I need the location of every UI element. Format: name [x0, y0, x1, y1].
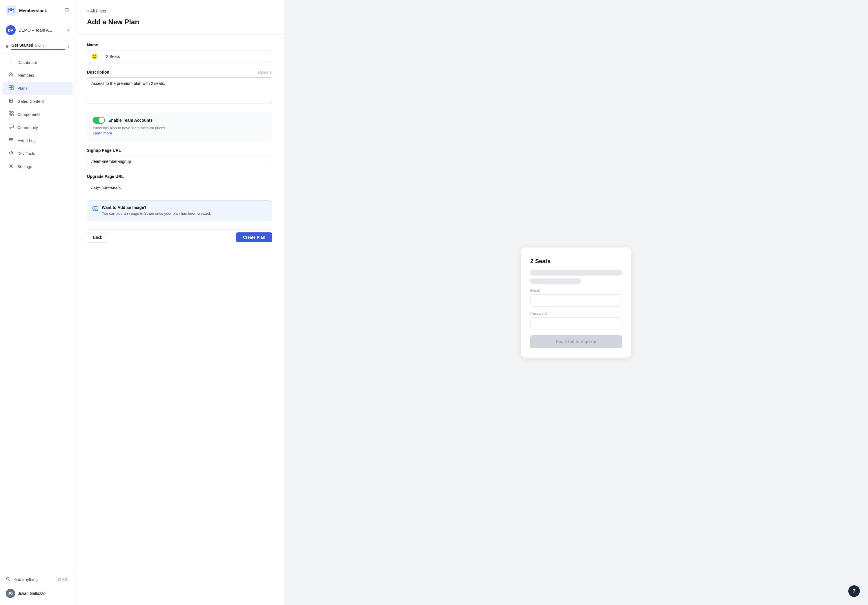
preview-skeleton-1 — [530, 270, 622, 275]
sidebar-item-settings[interactable]: Settings — [2, 160, 73, 173]
learn-more-link[interactable]: Learn more — [93, 131, 112, 135]
form-divider — [75, 34, 284, 34]
help-button[interactable]: ? — [848, 585, 860, 597]
image-info-title: Want to Add an Image? — [102, 205, 211, 210]
user-row[interactable]: JG Julian Galluzzo — [0, 585, 75, 602]
members-icon — [8, 72, 14, 79]
sidebar-logo: Memberstack — [6, 5, 47, 15]
home-icon: ⌂ — [8, 60, 14, 65]
description-label-row: Description Optional — [87, 70, 272, 74]
svg-point-1 — [10, 8, 12, 10]
get-started-label: Get Started — [11, 43, 33, 48]
hamburger-icon[interactable]: ☰ — [65, 7, 69, 14]
upgrade-url-input[interactable] — [87, 182, 272, 193]
back-button[interactable]: Back — [87, 232, 108, 243]
name-input[interactable] — [102, 51, 272, 62]
user-name: Julian Galluzzo — [18, 591, 45, 596]
get-started-content: Get Started 5 of 5 — [11, 43, 65, 50]
svg-rect-7 — [11, 88, 13, 90]
description-optional: Optional — [258, 70, 272, 74]
svg-rect-12 — [9, 125, 13, 128]
emoji-button[interactable]: 🙂 — [87, 50, 102, 63]
svg-rect-15 — [93, 207, 98, 210]
logo-text: Memberstack — [19, 8, 47, 13]
sidebar-item-plans[interactable]: Plans — [2, 82, 73, 95]
toggle-row: Enable Team Accounts — [93, 117, 267, 124]
plans-icon — [8, 85, 14, 91]
image-info-text: You can add an image in Stripe once your… — [102, 211, 211, 216]
svg-rect-0 — [6, 5, 16, 15]
find-anything-label: Find anything — [13, 577, 38, 582]
sidebar-item-label-gated-content: Gated Content — [17, 99, 44, 104]
svg-point-13 — [11, 165, 12, 167]
signup-url-input[interactable] — [87, 156, 272, 167]
preview-password-label: Password — [530, 311, 622, 316]
preview-cta-button: Pay $100 to sign up — [530, 335, 622, 348]
team-accounts-toggle[interactable] — [93, 117, 105, 124]
avatar: JG — [6, 589, 15, 598]
sidebar-item-dashboard[interactable]: ⌂ Dashboard — [2, 57, 73, 69]
find-anything-shortcut: ⌘ + K — [56, 577, 69, 582]
preview-email-input — [530, 294, 622, 306]
preview-skeleton-2 — [530, 279, 581, 284]
create-plan-button[interactable]: Create Plan — [236, 232, 272, 242]
preview-email-label: Email — [530, 288, 622, 292]
svg-rect-9 — [12, 111, 13, 113]
image-info-icon — [93, 206, 98, 213]
sidebar-item-label-settings: Settings — [17, 164, 32, 169]
toggle-section: Enable Team Accounts Allow this plan to … — [87, 111, 272, 141]
form-actions: Back Create Plan — [87, 229, 272, 243]
sidebar-item-label-dashboard: Dashboard — [17, 60, 37, 65]
signup-url-label: Signup Page URL — [87, 148, 272, 153]
main-content: < All Plans Add a New Plan Name 🙂 Descri… — [75, 0, 868, 605]
image-info-content: Want to Add an Image? You can add an ima… — [102, 205, 211, 216]
svg-point-3 — [12, 73, 13, 74]
get-started-chevron-icon: › — [68, 44, 69, 49]
sidebar-item-label-members: Members — [17, 73, 34, 77]
form-panel: < All Plans Add a New Plan Name 🙂 Descri… — [75, 0, 284, 605]
upgrade-url-section: Upgrade Page URL — [87, 174, 272, 193]
breadcrumb[interactable]: < All Plans — [87, 9, 272, 13]
description-section: Description Optional — [87, 70, 272, 105]
workspace-selector[interactable]: DA DEMO – Team A... ▾ — [0, 21, 75, 39]
sidebar-item-components[interactable]: Components — [2, 108, 73, 121]
name-input-wrapper: 🙂 — [87, 50, 272, 63]
preview-password-input — [530, 317, 622, 330]
gated-content-icon — [8, 98, 14, 105]
svg-rect-8 — [9, 111, 11, 113]
page-title: Add a New Plan — [87, 18, 272, 26]
svg-rect-4 — [9, 85, 11, 88]
signup-url-section: Signup Page URL — [87, 148, 272, 167]
sidebar-item-event-log[interactable]: Event Log — [2, 134, 73, 147]
workspace-avatar: DA — [6, 25, 16, 35]
sidebar-item-dev-tools[interactable]: Dev Tools — [2, 147, 73, 160]
sidebar: Memberstack ☰ DA DEMO – Team A... ▾ ≡ Ge… — [0, 0, 75, 605]
upgrade-url-label: Upgrade Page URL — [87, 174, 272, 179]
event-log-icon — [8, 137, 14, 144]
image-info-box: Want to Add an Image? You can add an ima… — [87, 200, 272, 221]
sidebar-item-label-plans: Plans — [17, 86, 28, 91]
description-textarea[interactable] — [87, 77, 272, 104]
settings-icon — [8, 163, 14, 170]
toggle-label: Enable Team Accounts — [108, 118, 152, 122]
sidebar-item-gated-content[interactable]: Gated Content — [2, 95, 73, 108]
sidebar-item-label-components: Components — [17, 112, 40, 117]
main-nav: ⌂ Dashboard Members Plans Gated Content — [0, 54, 75, 569]
sidebar-bottom: Find anything ⌘ + K JG Julian Galluzzo — [0, 569, 75, 605]
workspace-name: DEMO – Team A... — [19, 28, 64, 32]
sidebar-item-community[interactable]: Community — [2, 121, 73, 134]
get-started-row[interactable]: ≡ Get Started 5 of 5 › — [0, 39, 75, 54]
svg-rect-10 — [9, 114, 11, 116]
toggle-knob — [99, 118, 104, 123]
sidebar-item-label-community: Community — [17, 125, 38, 130]
description-label: Description — [87, 70, 109, 74]
preview-plan-name: 2 Seats — [530, 258, 622, 265]
svg-point-2 — [9, 73, 11, 74]
preview-card: 2 Seats Email Password Pay $100 to sign … — [521, 248, 631, 357]
sidebar-item-label-dev-tools: Dev Tools — [17, 151, 35, 156]
preview-panel: 2 Seats Email Password Pay $100 to sign … — [284, 0, 868, 605]
svg-rect-11 — [12, 114, 13, 116]
find-anything-row[interactable]: Find anything ⌘ + K — [0, 573, 75, 585]
sidebar-item-members[interactable]: Members — [2, 69, 73, 82]
svg-rect-6 — [9, 88, 11, 90]
